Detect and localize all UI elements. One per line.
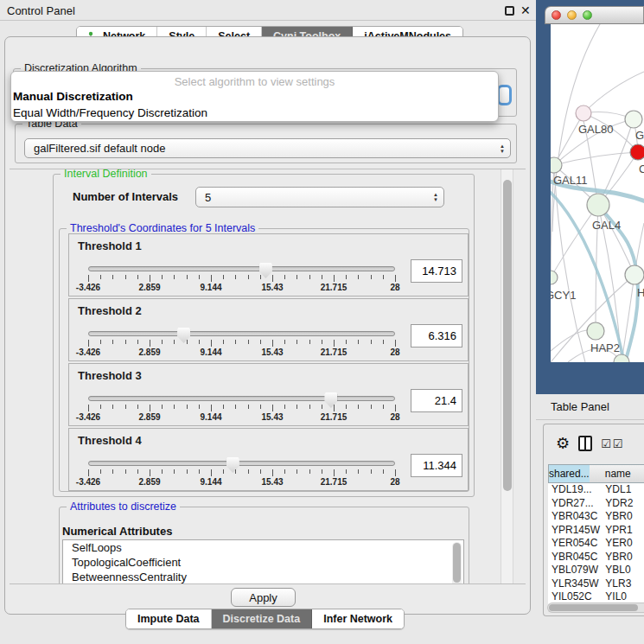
node-hap2[interactable] xyxy=(587,322,604,340)
cell-shared-name[interactable]: YLR345W xyxy=(548,577,601,591)
cell-shared-name[interactable]: YDR27... xyxy=(548,497,601,511)
numerical-attributes-list[interactable]: SelfLoopsTopologicalCoefficientBetweenne… xyxy=(62,539,464,584)
threshold-slider[interactable]: -3.4262.8599.14415.4321.71528 xyxy=(88,234,395,297)
node-h[interactable] xyxy=(625,265,644,284)
node-gal11[interactable] xyxy=(551,157,562,173)
slider-track[interactable] xyxy=(88,331,395,336)
node-red-selected[interactable] xyxy=(630,144,644,160)
table-data-combobox-value: galFiltered.sif default node xyxy=(25,142,494,155)
column-header-name[interactable]: name xyxy=(590,464,644,483)
number-of-intervals-label: Number of Intervals xyxy=(73,190,178,203)
scrollbar-thumb[interactable] xyxy=(549,604,638,611)
node-label: GAL80 xyxy=(578,123,613,136)
network-window-titlebar[interactable] xyxy=(545,6,644,24)
combo-arrows-icon: ▲▼ xyxy=(494,143,510,154)
slider-track[interactable] xyxy=(88,461,395,466)
threshold-value-field[interactable] xyxy=(411,454,462,477)
mac-minimize-icon[interactable] xyxy=(567,10,577,20)
attributes-list-scrollbar[interactable] xyxy=(452,542,462,584)
table-row[interactable]: YER054CYER0 xyxy=(548,537,644,551)
table-row[interactable]: YBR045CYBR0 xyxy=(548,551,644,564)
threshold-slider[interactable]: -3.4262.8599.14415.4321.71528 xyxy=(88,299,395,362)
cell-shared-name[interactable]: YER054C xyxy=(548,537,601,551)
threshold-slider[interactable]: -3.4262.8599.14415.4321.71528 xyxy=(88,364,395,427)
node-label: GAL4 xyxy=(592,219,621,232)
axis-tick-label: 2.859 xyxy=(138,283,160,292)
threshold-value-field[interactable] xyxy=(411,259,462,283)
table-row[interactable]: YBR043CYBR0 xyxy=(548,510,644,524)
network-graph: GAL80 GA C GAL11 GAL4 GCY1 H HAP2 xyxy=(551,24,644,362)
slider-axis-labels: -3.4262.8599.14415.4321.71528 xyxy=(88,412,395,423)
cell-name[interactable]: YDR2 xyxy=(601,497,644,511)
table-row[interactable]: YDR27...YDR2 xyxy=(548,497,644,511)
threshold-slider[interactable]: -3.4262.8599.14415.4321.71528 xyxy=(88,429,395,492)
table-row[interactable]: YPR145WYPR1 xyxy=(548,524,644,538)
node-gal80[interactable] xyxy=(576,105,591,121)
cell-name[interactable]: YER0 xyxy=(601,537,644,551)
split-column-icon[interactable] xyxy=(578,436,592,451)
scrollbar-thumb[interactable] xyxy=(503,180,512,491)
axis-tick-label: 9.144 xyxy=(200,412,221,422)
node-label: C xyxy=(639,163,644,175)
table-row[interactable]: YLR345WYLR3 xyxy=(548,577,644,591)
tab-bottom-discretize-data[interactable]: Discretize Data xyxy=(212,609,313,628)
threshold-value-field[interactable] xyxy=(411,389,462,412)
number-of-intervals-combobox[interactable]: 5 ▲▼ xyxy=(195,187,444,207)
cell-shared-name[interactable]: YBR045C xyxy=(548,551,601,564)
attribute-list-item[interactable]: BetweennessCentrality xyxy=(63,570,463,584)
apply-button[interactable]: Apply xyxy=(231,588,296,607)
attribute-list-item[interactable]: TopologicalCoefficient xyxy=(63,555,463,570)
scrollbar-thumb[interactable] xyxy=(453,543,461,583)
node-table: shared... name YDL19...YDL1YDR27...YDR2Y… xyxy=(548,464,644,604)
column-header-shared-name[interactable]: shared... xyxy=(548,464,590,483)
node-gcy1[interactable] xyxy=(551,271,558,284)
axis-tick-label: 28 xyxy=(390,348,399,357)
slider-track[interactable] xyxy=(88,396,395,401)
table-row[interactable]: YBL079WYBL0 xyxy=(548,564,644,577)
threshold-4-box: Threshold 4-3.4262.8599.14415.4321.71528 xyxy=(68,428,469,491)
combo-arrows-icon: ▲▼ xyxy=(428,192,443,202)
settings-viewport: Interval Definition Number of Intervals … xyxy=(10,169,526,584)
cell-shared-name[interactable]: YBL079W xyxy=(548,564,601,577)
table-row[interactable]: YDL19...YDL1 xyxy=(548,483,644,497)
table-header-row: shared... name xyxy=(548,464,644,483)
interval-definition-title: Interval Definition xyxy=(61,169,151,181)
cell-name[interactable]: YDL1 xyxy=(601,483,644,497)
tab-bottom-infer-network[interactable]: Infer Network xyxy=(312,609,404,628)
attribute-list-item[interactable]: SelfLoops xyxy=(63,540,463,555)
algorithm-popup-item[interactable]: Manual Discretization xyxy=(11,88,498,105)
gear-icon[interactable]: ⚙ xyxy=(556,436,570,451)
checkbox-icon[interactable]: ☑ xyxy=(601,437,611,450)
close-icon[interactable]: ✕ xyxy=(520,3,531,17)
number-of-intervals-value: 5 xyxy=(196,191,428,204)
algorithm-dropdown-popup: Select algorithm to view settings Manual… xyxy=(10,71,499,122)
slider-axis-labels: -3.4262.8599.14415.4321.71528 xyxy=(88,477,395,488)
settings-scrollbar[interactable] xyxy=(501,169,513,583)
cell-shared-name[interactable]: YPR145W xyxy=(548,524,601,538)
network-canvas[interactable]: GAL80 GA C GAL11 GAL4 GCY1 H HAP2 xyxy=(551,24,644,362)
axis-tick-label: 9.144 xyxy=(200,477,221,487)
cell-name[interactable]: YPR1 xyxy=(601,524,644,538)
table-hscrollbar[interactable] xyxy=(547,603,644,613)
cell-shared-name[interactable]: YBR043C xyxy=(548,510,601,524)
cell-name[interactable]: YBL0 xyxy=(601,564,644,577)
cell-shared-name[interactable]: YDL19... xyxy=(548,483,601,497)
float-window-icon[interactable] xyxy=(505,6,514,16)
algorithm-combobox-focus-ring[interactable] xyxy=(497,85,512,105)
cell-name[interactable]: YLR3 xyxy=(601,577,644,591)
cell-name[interactable]: YBR0 xyxy=(601,510,644,524)
mac-close-icon[interactable] xyxy=(552,10,561,20)
algorithm-popup-item[interactable]: Equal Width/Frequency Discretization xyxy=(11,105,498,121)
table-data-combobox[interactable]: galFiltered.sif default node ▲▼ xyxy=(24,138,511,158)
mac-zoom-icon[interactable] xyxy=(583,10,592,20)
axis-tick-label: 9.144 xyxy=(200,283,221,292)
node-ga[interactable] xyxy=(625,111,642,128)
tab-bottom-impute-data[interactable]: Impute Data xyxy=(126,609,212,628)
axis-tick-label: 28 xyxy=(390,412,399,422)
axis-tick-label: 21.715 xyxy=(321,283,348,292)
checkbox-icon[interactable]: ☑ xyxy=(613,437,623,450)
cell-name[interactable]: YBR0 xyxy=(601,551,644,564)
threshold-value-field[interactable] xyxy=(411,324,462,348)
slider-track[interactable] xyxy=(88,266,395,271)
node-gal4[interactable] xyxy=(587,194,609,216)
